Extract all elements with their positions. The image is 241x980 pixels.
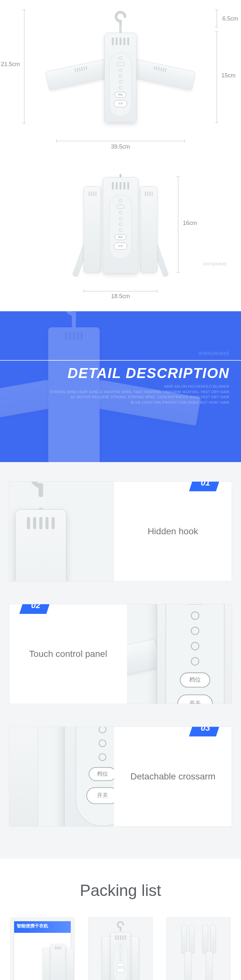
fold-body: 档位 开关 bbox=[103, 177, 138, 274]
feature-02-image: 档位开关 bbox=[127, 604, 232, 704]
feature-03-text: Detachable crossarm bbox=[114, 727, 232, 826]
feature-02-text: Touch control panel bbox=[9, 604, 127, 704]
panel-btn-mode: 档位 bbox=[115, 92, 126, 97]
fold-panel-ctrl: 档位 开关 bbox=[109, 195, 132, 259]
banner-corner: shenjiaokeji bbox=[199, 350, 230, 356]
features-section: 01 Hidden hook 02 Touch control panel 档位… bbox=[0, 462, 241, 859]
banner-title: DETAIL DESCRIPTION bbox=[67, 365, 230, 381]
pack-thumb-machine bbox=[88, 918, 153, 980]
pack-item-box: 智能便携干衣机 Pcaking boox bbox=[10, 918, 75, 980]
dimensions-section: 6.5cm 15cm 21.5cm 39.5cm 档位 开关 bbox=[0, 0, 241, 311]
feature-03-image: 档位开关 bbox=[9, 727, 114, 826]
banner-divider bbox=[0, 360, 241, 361]
packing-title: Packing list bbox=[10, 881, 231, 900]
feature-01-image bbox=[9, 482, 114, 581]
feature-03: 03 档位开关 Detachable crossarm bbox=[9, 727, 232, 827]
measure-total-h bbox=[24, 10, 24, 124]
label-fold-w: 18.5cm bbox=[111, 293, 130, 300]
pack-item-arms: Transverse arm * 2pcs bbox=[166, 918, 231, 980]
pack-thumb-arms bbox=[166, 918, 231, 980]
open-dimensions: 6.5cm 15cm 21.5cm 39.5cm 档位 开关 bbox=[30, 10, 211, 148]
measure-open-w bbox=[56, 141, 185, 141]
measure-body-h bbox=[217, 32, 217, 123]
product-open: 档位 开关 bbox=[56, 10, 185, 124]
banner-subtitle: HAIR SALON HOUSEHOLD BLOWER STRONG WIND … bbox=[50, 384, 230, 405]
label-fold-h: 16cm bbox=[183, 220, 197, 226]
label-total-h: 21.5cm bbox=[1, 61, 20, 68]
packing-section: Packing list 智能便携干衣机 Pcaking boox bbox=[0, 859, 241, 980]
fold-wing-left bbox=[83, 186, 101, 273]
fold-wing-right bbox=[140, 186, 158, 273]
control-panel: 档位 开关 bbox=[109, 52, 132, 116]
feature-01: 01 Hidden hook bbox=[9, 481, 232, 581]
pack-thumb-box: 智能便携干衣机 bbox=[10, 918, 75, 980]
fold-knob bbox=[120, 174, 121, 177]
product-folded: 档位 开关 bbox=[83, 167, 158, 279]
measure-fold-w bbox=[83, 291, 158, 291]
dryer-body: 档位 开关 bbox=[104, 33, 137, 123]
label-hook-h: 6.5cm bbox=[222, 15, 238, 22]
watermark: shenjiaokeji bbox=[203, 261, 227, 266]
panel-btn-power: 开关 bbox=[114, 100, 127, 107]
feature-01-text: Hidden hook bbox=[114, 482, 232, 581]
pack-item-machine: Machine bbox=[88, 918, 153, 980]
label-body-h: 15cm bbox=[222, 72, 236, 79]
measure-hook-h bbox=[217, 10, 217, 27]
label-open-w: 39.5cm bbox=[111, 143, 130, 150]
feature-02: 02 Touch control panel 档位开关 shenjiaokeji bbox=[9, 604, 232, 704]
packing-grid: 智能便携干衣机 Pcaking boox bbox=[10, 918, 231, 980]
detail-banner: shenjiaokeji DETAIL DESCRIPTION HAIR SAL… bbox=[0, 311, 241, 462]
folded-dimensions: 16cm 18.5cm 档位 开关 shenjiaokeji bbox=[69, 167, 172, 295]
